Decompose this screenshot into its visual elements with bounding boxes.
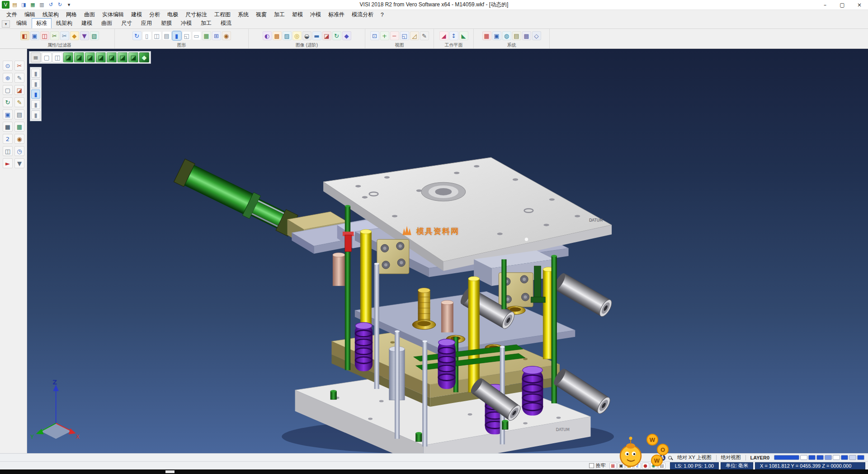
view-menu-icon[interactable]: ≡ [31, 52, 41, 62]
texture-icon[interactable]: ▨ [283, 31, 292, 40]
layer-segment[interactable] [833, 455, 840, 460]
menu-item[interactable]: 加工 [270, 10, 288, 19]
matrix-icon[interactable]: ▩ [522, 31, 531, 40]
zoom-extents-icon[interactable]: ◱ [400, 31, 409, 40]
viewport-layout-icon[interactable]: ▢ [42, 52, 52, 62]
filter-layer-icon[interactable]: ✂ [60, 31, 69, 40]
axes-display-icon[interactable]: ⊞ [212, 31, 221, 40]
die-assembly-model[interactable]: DATUM [27, 49, 614, 453]
shade-mode-icon[interactable]: ◉ [222, 31, 231, 40]
ribbon-tab[interactable]: 加工 [196, 18, 216, 28]
flag-tool-icon[interactable]: ► [3, 158, 13, 168]
workplane-xy-icon[interactable]: ◢ [439, 31, 448, 40]
world-icon[interactable]: ◍ [502, 31, 511, 40]
settings-tool-icon[interactable]: ◉ [14, 134, 24, 144]
sheet-tool-icon[interactable]: ▤ [14, 109, 24, 119]
lock-checkbox[interactable] [589, 463, 594, 468]
viewport-split-icon[interactable]: ◫ [52, 52, 62, 62]
view-back-icon[interactable]: ◪ [118, 52, 127, 62]
view-settings-icon[interactable]: ✎ [420, 31, 429, 40]
menu-item[interactable]: 塑模 [288, 10, 307, 19]
viewport-horizontal-icon[interactable]: ▤ [162, 31, 171, 40]
ruler-tool-icon[interactable]: ◫ [3, 146, 13, 156]
layer-segment[interactable] [808, 455, 816, 460]
maximize-button[interactable]: ▢ [834, 0, 851, 9]
guide-bushing[interactable] [552, 272, 614, 318]
background-icon[interactable]: ▬ [312, 31, 321, 40]
viewport-canvas[interactable]: DATUM [27, 49, 868, 453]
attribute-paint-icon[interactable]: ◧ [20, 31, 29, 40]
print-icon[interactable]: ▥ [38, 1, 46, 9]
filter-magnet-icon[interactable]: ◫ [40, 31, 49, 40]
snap-status-icon[interactable]: ▦ [609, 463, 617, 469]
quick-access-caret[interactable]: ▾ [65, 1, 73, 9]
calc-tool-icon[interactable]: ▦ [14, 122, 24, 132]
layer-segment[interactable] [825, 455, 832, 460]
layer-segment[interactable] [849, 455, 856, 460]
menu-item[interactable]: 标准件 [325, 10, 348, 19]
view-right-icon[interactable]: ◪ [96, 52, 106, 62]
ribbon-tab[interactable]: 应用 [137, 18, 156, 28]
ribbon-tab[interactable]: 模流 [216, 18, 236, 28]
attribute-copy-icon[interactable]: ▣ [30, 31, 39, 40]
view-bottom-icon[interactable]: ◪ [128, 52, 138, 62]
solids-tool-icon[interactable]: ▣ [3, 109, 13, 119]
measure-icon[interactable]: ◿ [410, 31, 419, 40]
perspective-icon[interactable]: ◇ [532, 31, 541, 40]
close-button[interactable]: × [851, 0, 868, 9]
viewport[interactable]: DATUM [27, 49, 868, 453]
workplane-free-icon[interactable]: ◣ [459, 31, 468, 40]
zoom-out-icon[interactable]: − [390, 31, 399, 40]
redraw-icon[interactable]: ↻ [132, 31, 142, 40]
filter-all-icon[interactable]: ▧ [90, 31, 99, 40]
section-view-icon[interactable]: ◪ [322, 31, 331, 40]
menu-item[interactable]: 模流分析 [348, 10, 377, 19]
absolute-view-label[interactable]: 绝对视图 [719, 454, 743, 461]
new-file-icon[interactable]: ▤ [11, 1, 19, 9]
calculator-icon[interactable]: ▤ [512, 31, 521, 40]
shadow-icon[interactable]: ◒ [302, 31, 311, 40]
view-shaded-icon[interactable]: ◆ [139, 52, 149, 62]
save-icon[interactable]: ▦ [29, 1, 37, 9]
sketch-tool-icon[interactable]: ✎ [14, 73, 24, 83]
block-tool-icon[interactable]: ■ [3, 122, 13, 132]
redo-icon[interactable]: ↻ [56, 1, 64, 9]
ribbon-tab[interactable]: 冲模 [176, 18, 196, 28]
ribbon-tab[interactable]: 塑膜 [156, 18, 176, 28]
filter-color-icon[interactable]: ◆ [70, 31, 79, 40]
taskbar-item[interactable] [165, 470, 175, 473]
view-mode-label[interactable]: 绝对 XY 上视图 [675, 454, 713, 461]
modify-tool-icon[interactable]: ✎ [14, 97, 24, 107]
render-cube-icon[interactable]: ◆ [342, 31, 351, 40]
view-left-icon[interactable]: ◪ [107, 52, 117, 62]
transform-tool-icon[interactable]: ↻ [3, 97, 13, 107]
ribbon-tab[interactable]: 线架构 [52, 18, 77, 28]
ribbon-tab[interactable]: 建模 [77, 18, 97, 28]
menu-item[interactable]: 系统 [234, 10, 252, 19]
minimize-button[interactable]: – [816, 0, 834, 9]
guide-block[interactable] [377, 239, 409, 274]
ribbon-tab[interactable]: 编辑 [12, 18, 32, 28]
layer-segment[interactable] [841, 455, 848, 460]
active-layer-label[interactable]: LAYER0 [749, 455, 771, 460]
viewport-quad-icon[interactable]: ◱ [182, 31, 191, 40]
materials-icon[interactable]: ▩ [273, 31, 282, 40]
layer-segment[interactable] [800, 455, 807, 460]
view-front-icon[interactable]: ◪ [85, 52, 95, 62]
grid-display-icon[interactable]: ▦ [202, 31, 211, 40]
filter-solid-2-icon[interactable]: ▮ [31, 79, 40, 88]
lights-icon[interactable]: ◎ [292, 31, 302, 40]
snap-tool-icon[interactable]: ⊕ [3, 73, 13, 83]
dim-2d-icon[interactable]: 2 [3, 134, 13, 144]
undo-icon[interactable]: ↺ [47, 1, 55, 9]
display-settings-icon[interactable]: ▣ [492, 31, 501, 40]
menu-item[interactable]: 冲模 [307, 10, 325, 19]
ribbon-tab[interactable]: 曲面 [97, 18, 117, 28]
open-file-icon[interactable]: ◨ [20, 1, 28, 9]
history-tool-icon[interactable]: ◷ [14, 146, 24, 156]
viewport-wide-icon[interactable]: ▭ [192, 31, 201, 40]
viewport-vertical-icon[interactable]: ◫ [152, 31, 161, 40]
render-mode-icon[interactable]: ◐ [263, 31, 272, 40]
zoom-window-icon[interactable]: ⊡ [370, 31, 379, 40]
viewport-single-icon[interactable]: ▯ [142, 31, 151, 40]
